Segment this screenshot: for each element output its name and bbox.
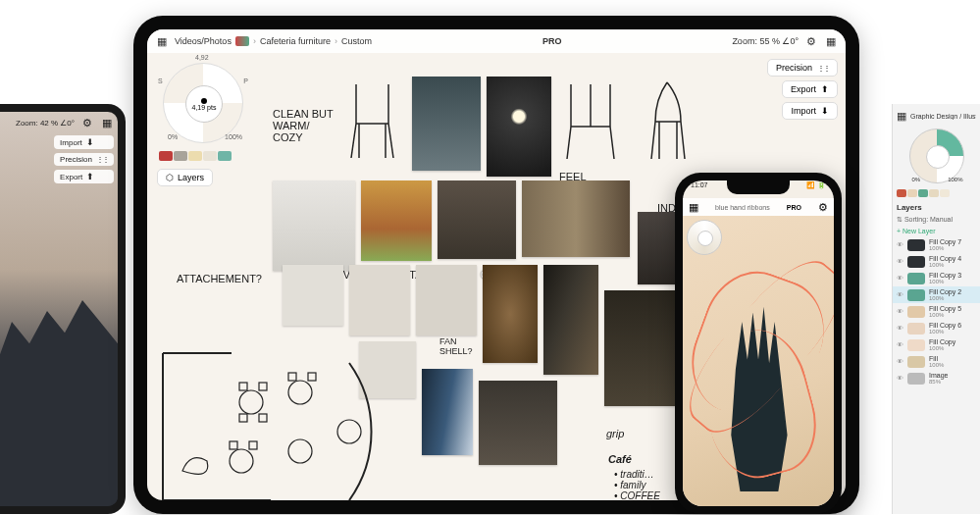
left-export-pill[interactable]: Export	[54, 170, 114, 183]
layer-opacity: 100%	[929, 312, 961, 318]
layer-thumb	[907, 356, 925, 368]
moodboard-photo[interactable]	[438, 180, 516, 259]
layer-thumb	[907, 373, 925, 385]
breadcrumb-seg-2[interactable]: Custom	[341, 36, 372, 46]
iphone-status-icons: 📶 🔋	[806, 181, 826, 189]
sorting-label: Sorting:	[904, 216, 928, 223]
swatch[interactable]	[918, 189, 928, 197]
moodboard-photo[interactable]	[487, 77, 551, 177]
layer-row[interactable]: 👁Fill Copy 2100%	[893, 286, 980, 303]
swatch[interactable]	[929, 189, 939, 197]
layer-name: Fill Copy 5	[929, 305, 961, 312]
iphone-device: 11:07 📶 🔋 blue hand ribbons PRO	[675, 173, 842, 514]
handle-icon	[96, 155, 108, 164]
new-layer-button[interactable]: + New Layer	[893, 226, 980, 236]
visibility-eye-icon[interactable]: 👁	[897, 275, 903, 282]
moodboard-photo[interactable]	[283, 265, 343, 326]
moodboard-photo[interactable]	[543, 265, 598, 375]
folder-thumb-icon	[235, 36, 249, 46]
moodboard-photo[interactable]	[604, 290, 685, 406]
right-panel-device: Graphic Design / Illustrations 0% 100% L…	[892, 104, 980, 514]
svg-rect-9	[230, 441, 237, 449]
layer-row[interactable]: 👁Fill100%	[893, 353, 980, 370]
swatch[interactable]	[940, 189, 950, 197]
visibility-eye-icon[interactable]: 👁	[897, 375, 903, 382]
layer-row[interactable]: 👁Fill Copy 6100%	[893, 320, 980, 336]
moodboard-photo[interactable]	[479, 381, 557, 465]
moodboard-photo[interactable]	[522, 180, 630, 257]
right-color-palette[interactable]	[893, 187, 980, 199]
iphone-toolbar: blue hand ribbons PRO	[683, 198, 834, 216]
grid-icon[interactable]	[100, 116, 114, 129]
visibility-eye-icon[interactable]: 👁	[897, 325, 903, 332]
visibility-eye-icon[interactable]: 👁	[897, 291, 903, 298]
layer-name: Fill Copy 3	[929, 272, 961, 279]
layer-name: Image	[929, 372, 948, 379]
moodboard-photo[interactable]	[416, 265, 477, 335]
layer-opacity: 100%	[929, 262, 961, 268]
apps-grid-icon[interactable]	[824, 34, 838, 48]
visibility-eye-icon[interactable]: 👁	[897, 258, 903, 265]
right-breadcrumb[interactable]: Graphic Design / Illustrations	[910, 113, 976, 120]
svg-point-0	[239, 390, 263, 414]
svg-point-8	[230, 449, 253, 473]
visibility-eye-icon[interactable]: 👁	[897, 308, 903, 315]
layer-thumb	[907, 323, 925, 335]
moodboard-photo[interactable]	[422, 369, 473, 455]
iphone-doc-title[interactable]: blue hand ribbons	[715, 204, 770, 211]
layer-name: Fill	[929, 355, 944, 362]
breadcrumb[interactable]: Videos/Photos › Cafeteria furniture › Cu…	[175, 36, 372, 46]
left-import-pill[interactable]: Import	[54, 135, 114, 149]
layer-thumb	[907, 256, 925, 268]
svg-rect-10	[249, 441, 257, 449]
layer-opacity: 100%	[929, 329, 961, 335]
settings-gear-icon[interactable]	[804, 34, 818, 48]
swatch[interactable]	[907, 189, 917, 197]
pro-badge: PRO	[542, 36, 562, 46]
layer-row[interactable]: 👁Fill Copy 5100%	[893, 303, 980, 320]
svg-point-12	[337, 420, 361, 443]
left-tablet-screen: Zoom: 42 % ∠0° Import Precision Export	[0, 112, 118, 506]
left-precision-pill[interactable]: Precision	[54, 153, 114, 166]
layer-opacity: 100%	[929, 295, 961, 301]
gallery-grid-icon[interactable]	[155, 34, 169, 48]
layer-row[interactable]: 👁Fill Copy 7100%	[893, 236, 980, 253]
moodboard-photo[interactable]	[273, 180, 355, 271]
swatch[interactable]	[897, 189, 906, 197]
radial-left-value: 0%	[912, 177, 921, 182]
moodboard-photo[interactable]	[412, 77, 481, 171]
annotation-cafe-head: Café	[608, 453, 632, 465]
layer-thumb	[907, 289, 925, 301]
pro-badge: PRO	[787, 204, 801, 211]
layer-opacity: 100%	[929, 279, 961, 284]
layer-list: 👁Fill Copy 7100%👁Fill Copy 4100%👁Fill Co…	[893, 236, 980, 386]
gear-icon[interactable]	[80, 116, 94, 129]
layer-row[interactable]: 👁Image85%	[893, 370, 980, 386]
upload-icon	[86, 172, 94, 181]
iphone-canvas[interactable]	[683, 216, 834, 506]
sorting-value[interactable]: Manual	[930, 216, 953, 223]
layer-row[interactable]: 👁Fill Copy 4100%	[893, 253, 980, 270]
zoom-label[interactable]: Zoom: 55 % ∠0°	[732, 36, 799, 46]
breadcrumb-seg-1[interactable]: Cafeteria furniture	[260, 36, 331, 46]
gallery-grid-icon[interactable]	[689, 201, 698, 214]
visibility-eye-icon[interactable]: 👁	[897, 341, 903, 348]
moodboard-photo[interactable]	[361, 180, 432, 261]
svg-rect-1	[239, 383, 247, 390]
visibility-eye-icon[interactable]: 👁	[897, 358, 903, 365]
moodboard-photo[interactable]	[483, 265, 538, 363]
layer-name: Fill Copy 7	[929, 238, 961, 245]
artwork-silhouette	[0, 289, 118, 506]
moodboard-photo[interactable]	[349, 265, 410, 335]
right-radial-tool[interactable]: 0% 100%	[909, 129, 964, 183]
svg-rect-2	[259, 383, 267, 390]
layer-opacity: 100%	[929, 362, 944, 368]
grid-icon[interactable]	[897, 110, 906, 123]
layer-row[interactable]: 👁Fill Copy 3100%	[893, 270, 980, 286]
iphone-radial-tool[interactable]	[687, 220, 722, 255]
svg-rect-3	[239, 414, 247, 422]
visibility-eye-icon[interactable]: 👁	[897, 241, 903, 248]
breadcrumb-seg-0[interactable]: Videos/Photos	[175, 36, 232, 46]
settings-gear-icon[interactable]	[818, 201, 828, 214]
layer-row[interactable]: 👁Fill Copy100%	[893, 336, 980, 353]
